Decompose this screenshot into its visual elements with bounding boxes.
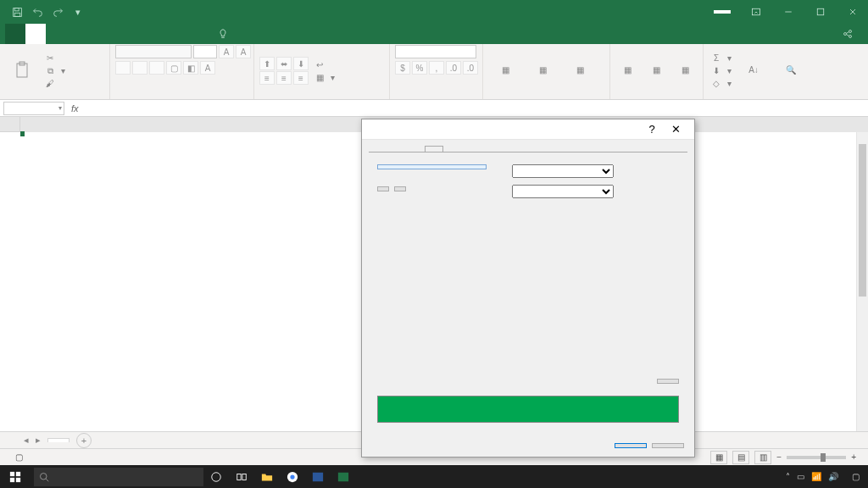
autosum-button[interactable]: Σ ▾ <box>709 53 733 64</box>
signin-button[interactable] <box>714 10 731 14</box>
tab-view[interactable] <box>147 24 168 44</box>
paste-button[interactable] <box>5 59 39 83</box>
name-box[interactable] <box>3 102 64 115</box>
sort-filter-button[interactable]: A↓ <box>737 59 771 83</box>
align-top-icon[interactable]: ⬆ <box>259 57 275 70</box>
delete-cells-button[interactable]: ▦ <box>644 59 670 83</box>
notification-icon[interactable]: ▢ <box>852 472 860 481</box>
number-format-input[interactable] <box>395 45 476 58</box>
select-all-corner[interactable] <box>0 117 20 132</box>
tray-volume-icon[interactable]: 🔊 <box>828 472 838 481</box>
share-button[interactable] <box>843 24 856 44</box>
fill-button[interactable]: ⬇ ▾ <box>709 65 733 77</box>
zoom-slider[interactable] <box>787 456 846 459</box>
zoom-out-icon[interactable]: − <box>776 452 782 462</box>
conditional-formatting-button[interactable]: ▦ <box>488 59 522 83</box>
file-explorer-icon[interactable] <box>254 465 280 488</box>
fill-effects-button[interactable] <box>377 186 389 191</box>
cancel-button[interactable] <box>652 443 684 448</box>
add-sheet-icon[interactable]: + <box>76 433 92 448</box>
pattern-color-select[interactable] <box>512 164 614 178</box>
maximize-icon[interactable] <box>805 0 836 24</box>
italic-button[interactable] <box>132 61 147 75</box>
no-color-button[interactable] <box>377 164 487 169</box>
page-break-view-icon[interactable]: ▥ <box>754 451 771 464</box>
copy-button[interactable]: ⧉ ▾ <box>42 65 67 77</box>
dialog-close-icon[interactable]: ✕ <box>664 123 687 136</box>
format-painter-button[interactable]: 🖌 <box>42 78 67 90</box>
tab-developer[interactable] <box>168 24 188 44</box>
vertical-scrollbar[interactable] <box>856 132 868 465</box>
decrease-font-icon[interactable]: A <box>236 45 251 58</box>
font-size-input[interactable] <box>193 45 217 58</box>
tab-page-layout[interactable] <box>66 24 86 44</box>
tab-file[interactable] <box>5 24 25 44</box>
minimize-icon[interactable] <box>773 0 804 24</box>
align-left-icon[interactable]: ≡ <box>259 71 275 85</box>
dialog-tab-border[interactable] <box>406 145 425 152</box>
cortana-icon[interactable] <box>203 465 229 488</box>
decrease-decimal-icon[interactable]: .0 <box>463 61 478 75</box>
dialog-clear-button[interactable] <box>657 379 679 384</box>
tab-formulas[interactable] <box>86 24 107 44</box>
excel-icon[interactable] <box>331 465 356 488</box>
cut-button[interactable]: ✂ <box>42 53 67 64</box>
align-center-icon[interactable]: ≡ <box>276 71 292 85</box>
underline-button[interactable] <box>149 61 164 75</box>
pattern-style-select[interactable] <box>512 185 614 198</box>
macro-record-icon[interactable]: ▢ <box>15 452 23 462</box>
fill-color-button[interactable]: ◧ <box>183 61 198 75</box>
tray-wifi-icon[interactable]: 📶 <box>811 472 821 481</box>
merge-button[interactable]: ▦ ▾ <box>312 71 337 83</box>
tab-help[interactable] <box>188 24 209 44</box>
tell-me[interactable] <box>209 24 242 44</box>
clear-button[interactable]: ◇ ▾ <box>709 78 733 90</box>
increase-decimal-icon[interactable]: .0 <box>446 61 461 75</box>
format-cells-button[interactable]: ▦ <box>672 59 698 83</box>
dialog-tab-number[interactable] <box>369 145 387 152</box>
dialog-help-icon[interactable]: ? <box>640 123 664 136</box>
close-icon[interactable] <box>837 0 868 24</box>
sheet-tab[interactable] <box>47 438 70 442</box>
taskbar-search[interactable] <box>34 468 203 486</box>
ok-button[interactable] <box>615 443 647 448</box>
normal-view-icon[interactable]: ▦ <box>710 451 727 464</box>
tray-battery-icon[interactable]: ▭ <box>797 472 804 481</box>
sheet-nav-prev-icon[interactable]: ◂ <box>20 435 32 446</box>
zoom-in-icon[interactable]: + <box>851 452 856 462</box>
align-bottom-icon[interactable]: ⬇ <box>293 57 309 70</box>
font-family-input[interactable] <box>115 45 192 58</box>
cell-styles-button[interactable]: ▦ <box>563 59 597 83</box>
ribbon-options-icon[interactable] <box>741 0 771 24</box>
wrap-text-button[interactable]: ↩ <box>312 58 337 70</box>
comma-icon[interactable]: , <box>429 61 444 75</box>
tab-home[interactable] <box>25 24 46 44</box>
word-icon[interactable] <box>305 465 331 488</box>
tab-data[interactable] <box>107 24 127 44</box>
font-color-button[interactable]: A <box>200 61 215 75</box>
percent-icon[interactable]: % <box>412 61 427 75</box>
bold-button[interactable] <box>115 61 131 75</box>
increase-font-icon[interactable]: A <box>219 45 234 58</box>
find-select-button[interactable]: 🔍 <box>774 59 808 83</box>
redo-icon[interactable] <box>49 3 66 20</box>
more-colors-button[interactable] <box>394 186 406 191</box>
currency-icon[interactable]: $ <box>395 61 410 75</box>
save-icon[interactable] <box>8 3 25 20</box>
align-middle-icon[interactable]: ⬌ <box>276 57 292 70</box>
tray-expand-icon[interactable]: ˄ <box>786 472 790 481</box>
undo-icon[interactable] <box>29 3 46 20</box>
border-button[interactable]: ▢ <box>166 61 181 75</box>
task-view-icon[interactable] <box>229 465 254 488</box>
tab-review[interactable] <box>127 24 147 44</box>
tab-insert[interactable] <box>46 24 66 44</box>
fx-icon[interactable]: fx <box>71 103 79 114</box>
page-layout-view-icon[interactable]: ▤ <box>732 451 749 464</box>
format-as-table-button[interactable]: ▦ <box>526 59 559 83</box>
align-right-icon[interactable]: ≡ <box>293 71 309 85</box>
qat-dropdown-icon[interactable]: ▾ <box>70 3 86 20</box>
sheet-nav-next-icon[interactable]: ▸ <box>32 435 44 446</box>
insert-cells-button[interactable]: ▦ <box>615 59 641 83</box>
formula-input[interactable] <box>86 103 865 114</box>
start-button[interactable] <box>0 465 31 488</box>
